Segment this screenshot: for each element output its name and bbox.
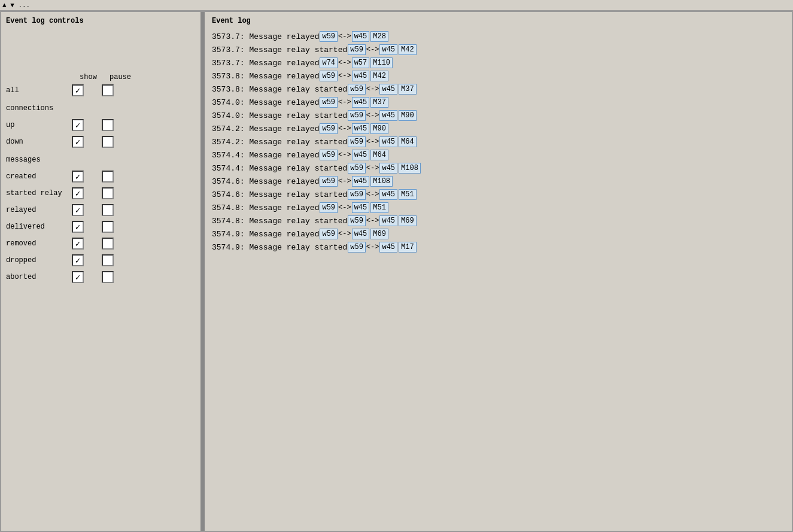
node-connector: <-> (338, 72, 351, 80)
message-row-relayed: relayed✓ (6, 203, 198, 217)
log-entry-text: 3574.0: Message relayed (212, 98, 319, 107)
node-badge[interactable]: w45 (352, 229, 370, 239)
node-badge[interactable]: w45 (352, 71, 370, 81)
node-badge[interactable]: w45 (352, 97, 370, 108)
node-badge[interactable]: w59 (320, 150, 338, 160)
node-badge[interactable]: w59 (348, 242, 366, 253)
node-badge[interactable]: w59 (320, 229, 338, 239)
node-badge[interactable]: w45 (379, 163, 397, 174)
node-badge[interactable]: w45 (379, 44, 397, 55)
log-entry-text: 3574.8: Message relayed (212, 203, 319, 212)
app-bar: ▲ ▼ ... (0, 0, 793, 11)
message-pause-checkbox-3[interactable] (102, 221, 114, 233)
node-badge[interactable]: w59 (348, 110, 366, 121)
node-badge[interactable]: M64 (399, 136, 417, 147)
node-badge[interactable]: w59 (320, 176, 338, 187)
message-show-checkbox-3[interactable]: ✓ (72, 221, 84, 233)
node-badge[interactable]: w45 (379, 110, 397, 121)
node-badge[interactable]: w45 (379, 215, 397, 226)
message-label-3: delivered (6, 223, 72, 231)
log-entry-text: 3573.8: Message relayed (212, 72, 319, 81)
node-badge[interactable]: w45 (379, 242, 397, 253)
node-badge[interactable]: w59 (348, 136, 366, 147)
node-badge[interactable]: M69 (399, 215, 417, 226)
log-entry: 3574.2: Message relay started w59<->w45M… (212, 136, 785, 147)
node-badge[interactable]: M42 (370, 71, 388, 81)
node-badge[interactable]: w45 (352, 176, 370, 187)
node-badge[interactable]: M51 (399, 189, 417, 200)
node-badge[interactable]: M51 (370, 202, 388, 213)
message-pause-checkbox-5[interactable] (102, 254, 114, 266)
all-row: all ✓ (6, 84, 198, 97)
node-badge[interactable]: M37 (370, 97, 388, 108)
messages-rows: created✓started relay✓relayed✓delivered✓… (6, 170, 198, 284)
log-entry-text: 3574.6: Message relay started (212, 190, 347, 199)
message-show-checkbox-4[interactable]: ✓ (72, 238, 84, 250)
message-row-removed: removed✓ (6, 237, 198, 250)
up-row: up ✓ (6, 118, 198, 132)
node-badge[interactable]: M90 (370, 123, 388, 134)
node-badge[interactable]: w45 (352, 123, 370, 134)
node-badge[interactable]: w59 (348, 215, 366, 226)
node-badge[interactable]: w59 (320, 97, 338, 108)
node-badge[interactable]: w45 (379, 84, 397, 95)
message-pause-checkbox-1[interactable] (102, 187, 114, 199)
node-badge[interactable]: w45 (352, 31, 370, 42)
up-show-checkbox[interactable]: ✓ (72, 119, 84, 131)
node-badge[interactable]: w45 (352, 202, 370, 213)
node-badge[interactable]: w59 (320, 71, 338, 81)
node-badge[interactable]: M37 (399, 84, 417, 95)
node-badge[interactable]: w59 (348, 189, 366, 200)
node-badge[interactable]: M110 (370, 57, 393, 68)
message-show-checkbox-1[interactable]: ✓ (72, 187, 84, 199)
node-badge[interactable]: w59 (320, 123, 338, 134)
node-badge[interactable]: M69 (370, 229, 388, 239)
node-badge[interactable]: w59 (348, 163, 366, 174)
node-badge[interactable]: w59 (348, 84, 366, 95)
log-entry: 3573.8: Message relayed w59<->w45M42 (212, 71, 785, 81)
node-connector: <-> (338, 151, 351, 159)
message-show-checkbox-6[interactable]: ✓ (72, 271, 84, 283)
node-connector: <-> (366, 190, 379, 199)
main-container: Event log controls show pause all ✓ conn… (0, 11, 793, 532)
log-entry-text: 3574.9: Message relay started (212, 243, 347, 252)
message-row-created: created✓ (6, 170, 198, 183)
node-badge[interactable]: M42 (399, 44, 417, 55)
node-badge[interactable]: M108 (399, 163, 421, 174)
node-badge[interactable]: w59 (320, 202, 338, 213)
node-badge[interactable]: w74 (320, 57, 338, 68)
node-badge[interactable]: w59 (348, 44, 366, 55)
node-badge[interactable]: M17 (399, 242, 417, 253)
node-badge[interactable]: w45 (379, 136, 397, 147)
node-badge[interactable]: w45 (379, 189, 397, 200)
log-entry: 3574.0: Message relay started w59<->w45M… (212, 110, 785, 121)
app-bar-label: ▲ ▼ ... (2, 2, 30, 9)
node-badge[interactable]: M28 (370, 31, 388, 42)
node-badge[interactable]: M90 (399, 110, 417, 121)
node-badge[interactable]: w45 (352, 150, 370, 160)
message-show-checkbox-2[interactable]: ✓ (72, 204, 84, 216)
node-badge[interactable]: M108 (370, 176, 393, 187)
node-connector: <-> (366, 85, 379, 93)
down-pause-checkbox[interactable] (102, 136, 114, 148)
all-pause-checkbox[interactable] (102, 84, 114, 96)
message-show-checkbox-5[interactable]: ✓ (72, 254, 84, 266)
message-row-aborted: aborted✓ (6, 270, 198, 284)
node-badge[interactable]: M64 (370, 150, 388, 160)
down-show-checkbox[interactable]: ✓ (72, 136, 84, 148)
message-show-checkbox-0[interactable]: ✓ (72, 171, 84, 183)
up-pause-checkbox[interactable] (102, 119, 114, 131)
all-show-checkbox[interactable]: ✓ (72, 84, 84, 96)
log-entry-text: 3573.7: Message relayed (212, 59, 319, 68)
right-panel: Event log 3573.7: Message relayed w59<->… (205, 12, 792, 531)
node-badge[interactable]: w59 (320, 31, 338, 42)
node-badge[interactable]: w57 (352, 57, 370, 68)
message-pause-checkbox-2[interactable] (102, 204, 114, 216)
message-pause-checkbox-4[interactable] (102, 238, 114, 250)
message-pause-checkbox-6[interactable] (102, 271, 114, 283)
node-connector: <-> (338, 32, 351, 41)
left-panel-title: Event log controls (6, 17, 198, 25)
message-pause-checkbox-0[interactable] (102, 171, 114, 183)
panel-divider[interactable] (200, 12, 203, 531)
log-entry: 3574.8: Message relayed w59<->w45M51 (212, 202, 785, 213)
